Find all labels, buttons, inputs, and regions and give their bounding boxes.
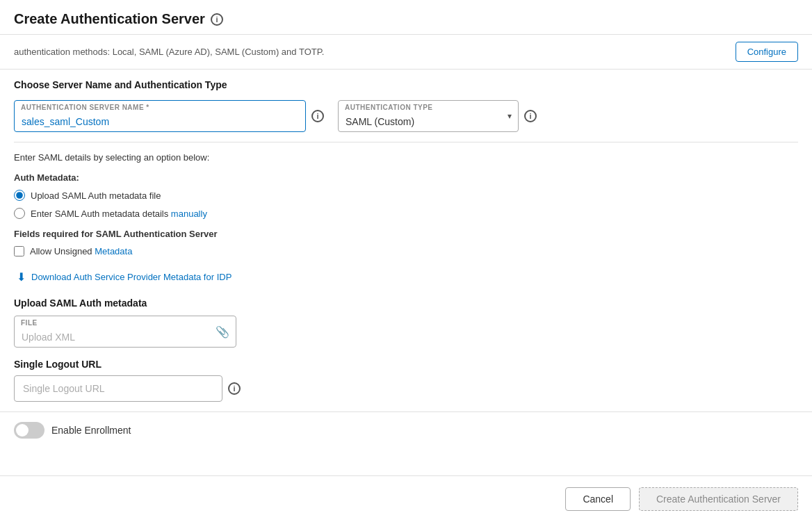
download-metadata-link[interactable]: Download Auth Service Provider Metadata …: [31, 272, 232, 282]
enrollment-toggle-label: Enable Enrollment: [51, 425, 131, 436]
allow-unsigned-label: Allow Unsigned Metadata: [30, 246, 132, 256]
enrollment-toggle[interactable]: [14, 422, 44, 439]
choose-section: Choose Server Name and Authentication Ty…: [0, 70, 812, 142]
allow-unsigned-checkbox[interactable]: [14, 246, 24, 256]
choose-section-title: Choose Server Name and Authentication Ty…: [14, 79, 798, 90]
page-container: Create Authentication Server i authentic…: [0, 0, 812, 522]
paperclip-icon: 📎: [216, 325, 229, 339]
download-icon: ⬇: [17, 270, 26, 284]
cancel-button[interactable]: Cancel: [565, 487, 631, 511]
toggle-slider: [14, 422, 44, 439]
server-name-input-wrapper: AUTHENTICATION SERVER NAME *: [14, 100, 306, 132]
configure-button[interactable]: Configure: [736, 42, 798, 62]
single-logout-section: Single Logout URL i: [14, 359, 798, 402]
radio-manual-label: Enter SAML Auth metadata details manuall…: [31, 209, 207, 219]
radio-manual[interactable]: Enter SAML Auth metadata details manuall…: [14, 208, 798, 219]
create-auth-server-button[interactable]: Create Authentication Server: [639, 487, 798, 511]
auth-type-info-icon[interactable]: i: [524, 110, 537, 122]
form-row: AUTHENTICATION SERVER NAME * i AUTHENTIC…: [14, 100, 798, 132]
auth-type-select-wrapper: AUTHENTICATION TYPE SAML (Custom) SAML (…: [338, 100, 519, 132]
radio-upload[interactable]: Upload SAML Auth metadata file: [14, 190, 798, 201]
auth-metadata-label: Auth Metadata:: [14, 172, 798, 183]
page-header: Create Authentication Server i: [0, 0, 812, 35]
saml-intro-text: Enter SAML details by selecting an optio…: [14, 152, 798, 163]
footer-actions: Cancel Create Authentication Server: [0, 475, 812, 522]
radio-upload-label: Upload SAML Auth metadata file: [31, 190, 161, 201]
enable-enrollment-section: Enable Enrollment: [0, 411, 812, 448]
server-name-label: AUTHENTICATION SERVER NAME *: [21, 104, 149, 111]
saml-section: Enter SAML details by selecting an optio…: [0, 142, 812, 411]
file-upload-wrapper: FILE Upload XML 📎: [14, 316, 236, 348]
upload-section-title: Upload SAML Auth metadata: [14, 297, 798, 309]
server-name-field-group: AUTHENTICATION SERVER NAME * i: [14, 100, 324, 132]
logout-url-info-icon[interactable]: i: [228, 382, 241, 395]
auth-type-select[interactable]: SAML (Custom) SAML (Azure AD) Local TOTP: [338, 100, 519, 132]
logout-url-input[interactable]: [14, 375, 222, 402]
logout-url-row: i: [14, 375, 798, 402]
header-info-icon[interactable]: i: [211, 13, 223, 26]
radio-upload-input[interactable]: [14, 190, 25, 201]
server-name-info-icon[interactable]: i: [311, 110, 324, 122]
fields-required-label: Fields required for SAML Authentication …: [14, 229, 798, 239]
auth-type-field-group: AUTHENTICATION TYPE SAML (Custom) SAML (…: [338, 100, 537, 132]
radio-group: Upload SAML Auth metadata file Enter SAM…: [14, 190, 798, 219]
file-placeholder-text: Upload XML: [22, 332, 75, 343]
radio-manual-input[interactable]: [14, 208, 25, 219]
description-bar: authentication methods: Local, SAML (Azu…: [0, 35, 812, 70]
page-title: Create Authentication Server: [14, 11, 205, 27]
allow-unsigned-row: Allow Unsigned Metadata: [14, 246, 798, 256]
description-text: authentication methods: Local, SAML (Azu…: [14, 47, 324, 57]
main-content: authentication methods: Local, SAML (Azu…: [0, 35, 812, 522]
single-logout-label: Single Logout URL: [14, 359, 798, 370]
download-link-row: ⬇ Download Auth Service Provider Metadat…: [14, 270, 798, 284]
file-input-box[interactable]: Upload XML: [14, 316, 236, 348]
